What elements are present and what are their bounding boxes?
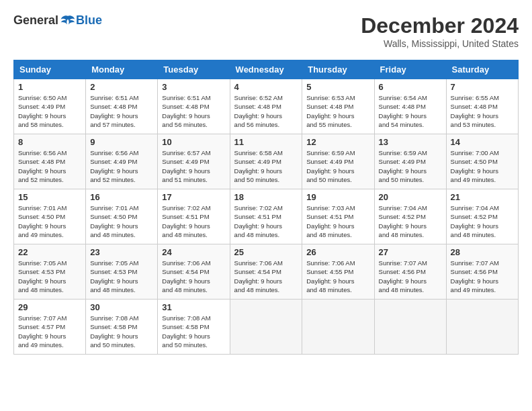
day-info: Sunrise: 6:59 AMSunset: 4:49 PMDaylight:…: [379, 148, 442, 184]
calendar-cell: 21Sunrise: 7:04 AMSunset: 4:52 PMDayligh…: [446, 189, 518, 244]
day-info: Sunrise: 7:05 AMSunset: 4:53 PMDaylight:…: [18, 259, 81, 294]
day-number: 18: [234, 192, 298, 202]
day-number: 26: [306, 247, 369, 257]
calendar-cell: 17Sunrise: 7:02 AMSunset: 4:51 PMDayligh…: [158, 189, 230, 244]
day-info: Sunrise: 7:02 AMSunset: 4:51 PMDaylight:…: [234, 203, 298, 239]
calendar-cell: 23Sunrise: 7:05 AMSunset: 4:53 PMDayligh…: [86, 244, 158, 300]
calendar-cell: [374, 300, 446, 355]
day-number: 21: [451, 192, 514, 202]
weekday-header: Monday: [86, 60, 158, 79]
day-number: 12: [306, 137, 369, 147]
day-info: Sunrise: 6:50 AMSunset: 4:49 PMDaylight:…: [18, 93, 81, 129]
day-info: Sunrise: 6:58 AMSunset: 4:49 PMDaylight:…: [234, 148, 298, 184]
day-info: Sunrise: 7:04 AMSunset: 4:52 PMDaylight:…: [379, 203, 442, 239]
day-info: Sunrise: 6:59 AMSunset: 4:49 PMDaylight:…: [306, 148, 369, 184]
day-number: 23: [90, 247, 153, 257]
day-number: 7: [451, 82, 514, 92]
day-number: 15: [18, 192, 81, 202]
weekday-header: Saturday: [446, 60, 518, 79]
calendar-cell: 14Sunrise: 7:00 AMSunset: 4:50 PMDayligh…: [446, 134, 518, 189]
calendar-week-row: 1Sunrise: 6:50 AMSunset: 4:49 PMDaylight…: [14, 79, 519, 134]
day-info: Sunrise: 6:56 AMSunset: 4:49 PMDaylight:…: [90, 148, 153, 184]
day-info: Sunrise: 7:04 AMSunset: 4:52 PMDaylight:…: [451, 203, 514, 239]
location: Walls, Mississippi, United States: [361, 38, 519, 49]
day-number: 25: [234, 247, 298, 257]
calendar-cell: 29Sunrise: 7:07 AMSunset: 4:57 PMDayligh…: [14, 300, 86, 355]
day-info: Sunrise: 6:51 AMSunset: 4:48 PMDaylight:…: [90, 93, 153, 129]
day-info: Sunrise: 7:01 AMSunset: 4:50 PMDaylight:…: [90, 203, 153, 239]
calendar-cell: 5Sunrise: 6:53 AMSunset: 4:48 PMDaylight…: [302, 79, 374, 134]
day-number: 5: [306, 82, 369, 92]
day-number: 30: [90, 302, 153, 312]
day-info: Sunrise: 6:57 AMSunset: 4:49 PMDaylight:…: [162, 148, 225, 184]
month-title: December 2024: [361, 13, 519, 38]
day-number: 20: [379, 192, 442, 202]
day-number: 1: [18, 82, 81, 92]
day-number: 4: [234, 82, 298, 92]
calendar-cell: [230, 300, 302, 355]
calendar-cell: 10Sunrise: 6:57 AMSunset: 4:49 PMDayligh…: [158, 134, 230, 189]
day-number: 3: [162, 82, 225, 92]
calendar-cell: 11Sunrise: 6:58 AMSunset: 4:49 PMDayligh…: [230, 134, 302, 189]
day-number: 27: [379, 247, 442, 257]
calendar-cell: 30Sunrise: 7:08 AMSunset: 4:58 PMDayligh…: [86, 300, 158, 355]
calendar-week-row: 8Sunrise: 6:56 AMSunset: 4:48 PMDaylight…: [14, 134, 519, 189]
calendar-week-row: 29Sunrise: 7:07 AMSunset: 4:57 PMDayligh…: [14, 300, 519, 355]
weekday-header: Thursday: [302, 60, 374, 79]
day-number: 17: [162, 192, 225, 202]
calendar-week-row: 22Sunrise: 7:05 AMSunset: 4:53 PMDayligh…: [14, 244, 519, 300]
calendar-cell: 28Sunrise: 7:07 AMSunset: 4:56 PMDayligh…: [446, 244, 518, 300]
calendar-cell: 26Sunrise: 7:06 AMSunset: 4:55 PMDayligh…: [302, 244, 374, 300]
calendar-week-row: 15Sunrise: 7:01 AMSunset: 4:50 PMDayligh…: [14, 189, 519, 244]
day-number: 2: [90, 82, 153, 92]
day-info: Sunrise: 7:07 AMSunset: 4:57 PMDaylight:…: [18, 314, 81, 349]
day-number: 28: [451, 247, 514, 257]
day-info: Sunrise: 7:03 AMSunset: 4:51 PMDaylight:…: [306, 203, 369, 239]
day-info: Sunrise: 7:05 AMSunset: 4:53 PMDaylight:…: [90, 259, 153, 294]
day-info: Sunrise: 7:06 AMSunset: 4:54 PMDaylight:…: [162, 259, 225, 294]
weekday-header: Tuesday: [158, 60, 230, 79]
day-number: 19: [306, 192, 369, 202]
day-info: Sunrise: 7:08 AMSunset: 4:58 PMDaylight:…: [162, 314, 225, 349]
calendar-cell: 7Sunrise: 6:55 AMSunset: 4:48 PMDaylight…: [446, 79, 518, 134]
day-number: 14: [451, 137, 514, 147]
day-number: 22: [18, 247, 81, 257]
page-header: General Blue December 2024 Walls, Missis…: [13, 13, 519, 49]
logo: General Blue: [13, 13, 102, 28]
day-number: 13: [379, 137, 442, 147]
logo-blue: Blue: [76, 13, 102, 28]
day-info: Sunrise: 7:08 AMSunset: 4:58 PMDaylight:…: [90, 314, 153, 349]
calendar-cell: 8Sunrise: 6:56 AMSunset: 4:48 PMDaylight…: [14, 134, 86, 189]
logo-general: General: [13, 13, 58, 28]
day-number: 8: [18, 137, 81, 147]
calendar-header-row: SundayMondayTuesdayWednesdayThursdayFrid…: [14, 60, 519, 79]
calendar-cell: 9Sunrise: 6:56 AMSunset: 4:49 PMDaylight…: [86, 134, 158, 189]
weekday-header: Wednesday: [230, 60, 302, 79]
calendar-cell: 18Sunrise: 7:02 AMSunset: 4:51 PMDayligh…: [230, 189, 302, 244]
calendar-cell: 16Sunrise: 7:01 AMSunset: 4:50 PMDayligh…: [86, 189, 158, 244]
day-number: 24: [162, 247, 225, 257]
day-info: Sunrise: 6:56 AMSunset: 4:48 PMDaylight:…: [18, 148, 81, 184]
day-info: Sunrise: 6:53 AMSunset: 4:48 PMDaylight:…: [306, 93, 369, 129]
calendar-cell: 6Sunrise: 6:54 AMSunset: 4:48 PMDaylight…: [374, 79, 446, 134]
calendar-cell: 19Sunrise: 7:03 AMSunset: 4:51 PMDayligh…: [302, 189, 374, 244]
day-info: Sunrise: 7:02 AMSunset: 4:51 PMDaylight:…: [162, 203, 225, 239]
calendar-cell: 15Sunrise: 7:01 AMSunset: 4:50 PMDayligh…: [14, 189, 86, 244]
title-section: December 2024 Walls, Mississippi, United…: [361, 13, 519, 49]
day-info: Sunrise: 7:00 AMSunset: 4:50 PMDaylight:…: [451, 148, 514, 184]
day-info: Sunrise: 7:06 AMSunset: 4:55 PMDaylight:…: [306, 259, 369, 294]
day-info: Sunrise: 7:07 AMSunset: 4:56 PMDaylight:…: [451, 259, 514, 294]
weekday-header: Sunday: [14, 60, 86, 79]
calendar-cell: 13Sunrise: 6:59 AMSunset: 4:49 PMDayligh…: [374, 134, 446, 189]
day-info: Sunrise: 6:55 AMSunset: 4:48 PMDaylight:…: [451, 93, 514, 129]
day-info: Sunrise: 6:51 AMSunset: 4:48 PMDaylight:…: [162, 93, 225, 129]
calendar-cell: 20Sunrise: 7:04 AMSunset: 4:52 PMDayligh…: [374, 189, 446, 244]
day-info: Sunrise: 7:06 AMSunset: 4:54 PMDaylight:…: [234, 259, 298, 294]
calendar-cell: 12Sunrise: 6:59 AMSunset: 4:49 PMDayligh…: [302, 134, 374, 189]
calendar-cell: [446, 300, 518, 355]
calendar-cell: 4Sunrise: 6:52 AMSunset: 4:48 PMDaylight…: [230, 79, 302, 134]
day-number: 11: [234, 137, 298, 147]
logo-bird-icon: [60, 14, 76, 28]
weekday-header: Friday: [374, 60, 446, 79]
calendar-cell: 22Sunrise: 7:05 AMSunset: 4:53 PMDayligh…: [14, 244, 86, 300]
